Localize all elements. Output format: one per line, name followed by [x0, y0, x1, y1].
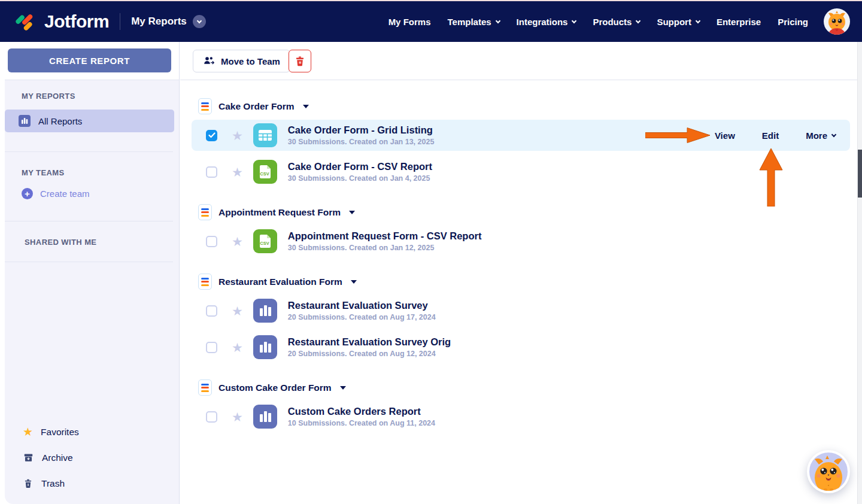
caret-down-icon: [303, 105, 309, 108]
report-meta: 10 Submissions. Created on Aug 11, 2024: [288, 419, 435, 427]
move-to-team-icon: [203, 56, 216, 66]
favorites-label: Favorites: [41, 427, 79, 438]
caret-down-icon: [340, 386, 346, 390]
row-checkbox[interactable]: [206, 236, 217, 247]
star-icon[interactable]: ★: [232, 341, 243, 354]
nav-templates[interactable]: Templates: [447, 17, 499, 27]
nav-integrations[interactable]: Integrations: [517, 17, 576, 27]
row-checkbox[interactable]: [206, 305, 217, 317]
top-navbar: Jotform My Reports My Forms Templates In…: [0, 1, 862, 42]
all-reports-label: All Reports: [38, 116, 82, 126]
nav-products[interactable]: Products: [593, 17, 640, 27]
report-title-link[interactable]: Custom Cake Orders Report: [288, 406, 435, 417]
check-icon: [208, 132, 216, 138]
create-team-button[interactable]: + Create team: [22, 188, 90, 199]
delete-selected-button[interactable]: [289, 50, 311, 72]
group-header-cake-order-form[interactable]: Cake Order Form: [198, 98, 862, 114]
sidebar-divider: [5, 151, 173, 152]
report-meta: 20 Submissions. Created on Aug 17, 2024: [288, 313, 436, 321]
star-icon[interactable]: ★: [232, 129, 243, 142]
bars-report-icon: [253, 405, 277, 429]
row-checkbox[interactable]: [206, 342, 217, 353]
group-title: Cake Order Form: [218, 101, 295, 112]
sidebar-item-favorites[interactable]: ★ Favorites: [23, 426, 79, 438]
report-title-link[interactable]: Appointment Request Form - CSV Report: [288, 230, 482, 242]
sidebar-item-archive[interactable]: Archive: [23, 452, 73, 463]
form-icon: [198, 98, 212, 114]
group-header-custom-cake-order-form[interactable]: Custom Cake Order Form: [198, 379, 862, 396]
group-header-appointment-request-form[interactable]: Appointment Request Form: [198, 204, 862, 220]
row-checkbox[interactable]: [206, 411, 217, 423]
sidebar: CREATE REPORT MY REPORTS All Reports MY …: [0, 42, 180, 504]
report-row-appointment-csv[interactable]: ★ CSV Appointment Request Form - CSV Rep…: [192, 226, 850, 257]
row-checkbox[interactable]: [206, 166, 217, 178]
plus-icon: +: [22, 188, 33, 199]
vertical-scrollbar[interactable]: [857, 42, 862, 504]
report-meta: 30 Submissions. Created on Jan 13, 2025: [288, 138, 435, 146]
bars-report-icon: [253, 299, 277, 323]
report-title-link[interactable]: Cake Order Form - CSV Report: [288, 161, 432, 172]
group-header-restaurant-evaluation-form[interactable]: Restaurant Evaluation Form: [198, 274, 862, 290]
nav-pricing[interactable]: Pricing: [778, 17, 808, 27]
report-title-link[interactable]: Restaurant Evaluation Survey: [288, 300, 436, 311]
report-meta: 30 Submissions. Created on Jan 4, 2025: [288, 174, 432, 183]
edit-button[interactable]: Edit: [762, 130, 779, 141]
chevron-down-icon: [636, 18, 641, 23]
trash-icon: [294, 55, 306, 67]
chevron-down-icon: [831, 132, 836, 136]
caret-down-icon: [351, 280, 357, 284]
jotform-logo-icon: [14, 9, 37, 34]
form-icon: [198, 379, 212, 396]
more-button[interactable]: More: [806, 130, 836, 141]
chevron-down-icon: [696, 18, 700, 23]
group-title: Custom Cake Order Form: [218, 382, 332, 393]
user-avatar[interactable]: [824, 8, 850, 35]
main-content: Move to Team Cake Order Form: [180, 42, 862, 504]
nav-support[interactable]: Support: [657, 17, 700, 27]
chevron-down-icon: [572, 18, 576, 23]
report-group: Appointment Request Form ★ CSV: [180, 204, 862, 257]
bars-report-icon: [253, 335, 277, 359]
report-bars-icon: [19, 115, 31, 127]
mascot-avatar-icon: [824, 8, 850, 35]
row-checkbox-checked[interactable]: [206, 130, 217, 141]
support-chat-button[interactable]: [807, 450, 850, 493]
archive-label: Archive: [42, 453, 73, 463]
group-title: Restaurant Evaluation Form: [218, 277, 342, 287]
nav-enterprise[interactable]: Enterprise: [717, 17, 761, 27]
move-to-team-label: Move to Team: [221, 56, 280, 66]
form-icon: [198, 204, 212, 220]
my-reports-header: MY REPORTS: [22, 92, 75, 101]
report-row-restaurant-survey[interactable]: ★ Restaurant Evaluation Survey 20 Submis…: [192, 295, 850, 326]
sidebar-item-all-reports[interactable]: All Reports: [5, 110, 174, 132]
star-icon[interactable]: ★: [232, 305, 243, 317]
star-icon[interactable]: ★: [232, 166, 243, 178]
nav-my-forms[interactable]: My Forms: [388, 17, 431, 27]
sidebar-item-trash[interactable]: Trash: [23, 478, 65, 489]
view-button[interactable]: View: [715, 130, 735, 141]
report-meta: 20 Submissions. Created on Aug 12, 2024: [288, 350, 451, 358]
report-title-link[interactable]: Cake Order Form - Grid Listing: [288, 125, 435, 136]
archive-icon: [23, 452, 34, 463]
report-row-custom-cake-orders[interactable]: ★ Custom Cake Orders Report 10 Submissio…: [192, 401, 850, 432]
report-row-grid-listing[interactable]: ★ Cake Order Form - Grid Listing: [192, 120, 850, 151]
star-icon[interactable]: ★: [232, 411, 243, 423]
move-to-team-button[interactable]: Move to Team: [193, 50, 290, 72]
report-title-link[interactable]: Restaurant Evaluation Survey Orig: [288, 336, 451, 348]
reports-list: Cake Order Form ★: [180, 80, 862, 438]
star-icon[interactable]: ★: [232, 235, 243, 248]
row-actions: View Edit More: [715, 120, 836, 151]
scrollbar-thumb[interactable]: [858, 150, 862, 198]
report-row-restaurant-survey-orig[interactable]: ★ Restaurant Evaluation Survey Orig 20 S…: [192, 332, 850, 363]
product-chevron-badge: [193, 15, 206, 28]
create-team-label: Create team: [40, 189, 90, 199]
shared-with-me-header: SHARED WITH ME: [25, 238, 96, 247]
report-group: Cake Order Form ★: [180, 98, 862, 187]
report-row-csv-report[interactable]: ★ CSV Cake Order Form - CSV Report 30 Su…: [192, 156, 850, 187]
create-report-button[interactable]: CREATE REPORT: [8, 48, 171, 72]
report-group: Restaurant Evaluation Form ★: [180, 274, 862, 363]
form-icon: [198, 274, 212, 290]
jotform-logo[interactable]: Jotform: [14, 9, 109, 34]
product-switcher[interactable]: My Reports: [131, 15, 206, 28]
csv-report-icon: CSV: [253, 229, 277, 253]
